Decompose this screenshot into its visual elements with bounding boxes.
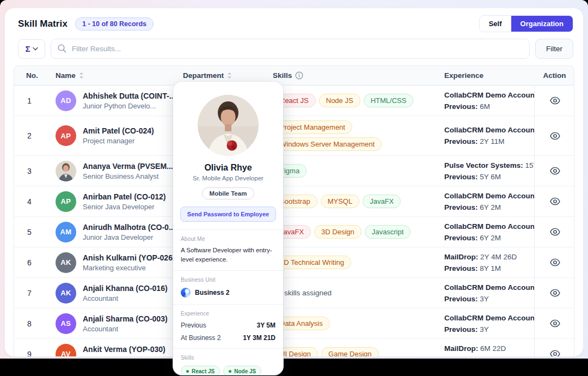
avatar: AD [56, 90, 76, 111]
employee-name: Abhishek Dutta (COINT-... [83, 92, 175, 100]
view-employee-button[interactable] [546, 345, 564, 357]
team-badge: Mobile Team [202, 187, 255, 199]
column-department[interactable]: Department [179, 71, 268, 80]
experience-current: CollabCRM Demo Account: 2Y [444, 190, 534, 202]
business-unit-section: Business Unit Business 2 [173, 270, 283, 304]
eye-icon [549, 257, 561, 268]
table-row: 5AMAnirudh Malhotra (CO-0...Junior Java … [14, 217, 574, 247]
view-employee-button[interactable] [546, 162, 564, 180]
skill-chip: MYSQL [321, 195, 360, 208]
skills-label: Skills [181, 355, 275, 361]
eye-icon [549, 95, 561, 106]
employee-cell: AKAnish Kulkarni (YOP-026)Marketing exec… [51, 252, 179, 273]
experience-cell: CollabCRM Demo Account: 2YPrevious: 6Y 2… [440, 221, 534, 244]
column-name[interactable]: Name [51, 71, 179, 80]
search-field-wrap [51, 39, 530, 59]
business-unit-icon [181, 288, 191, 298]
info-icon[interactable] [295, 71, 303, 80]
row-number: 2 [14, 131, 51, 140]
eye-icon [549, 287, 561, 299]
experience-previous: Previous: 3Y [444, 293, 534, 305]
experience-cell: Pulse Vector Systems: 15Y 9MPrevious: 5Y… [440, 160, 534, 183]
row-number: 7 [14, 289, 51, 298]
avatar: AK [56, 252, 76, 273]
about-label: About Me [181, 236, 275, 242]
table-row: 9AVAnkit Verma (YOP-030)Senior Game Deve… [14, 339, 574, 357]
records-count-badge: 1 - 10 of 80 Records [75, 17, 154, 31]
experience-current: MailDrop: 2Y 4M 26D [444, 251, 534, 263]
column-action: Action [534, 71, 575, 80]
skill-chip: 3D Design [314, 225, 362, 239]
view-employee-button[interactable] [546, 284, 564, 302]
employee-text: Ananya Verma (PVSEM...Senior Business An… [83, 162, 173, 180]
employee-popup-top: Olivia Rhye Sr. Mobile App Developer Mob… [173, 82, 283, 229]
experience-previous: Previous: 6Y 2M [444, 202, 534, 213]
skill-chip: Javascript [365, 225, 411, 239]
view-employee-button[interactable] [546, 192, 564, 210]
experience-row-value: 1Y 3M 21D [243, 334, 275, 342]
experience-cell: CollabCRM Demo Account: 2YPrevious: 6Y 2… [440, 190, 534, 213]
experience-previous: Previous: 2Y 11M [444, 136, 534, 147]
skills-section: Skills React JSNode JSGraphQLDatabaseNex… [173, 348, 283, 375]
about-text: A Software Developer with entry-level ex… [181, 246, 275, 264]
avatar: AV [56, 344, 76, 357]
sigma-icon: Σ [25, 44, 30, 53]
column-experience: Experience [440, 71, 534, 80]
page-title: Skill Matrix [18, 19, 68, 29]
view-employee-button[interactable] [546, 314, 564, 332]
organization-toggle-button[interactable]: Organization [511, 16, 573, 32]
eye-icon [549, 226, 561, 238]
experience-section: Experience Previous3Y 5MAt Business 21Y … [173, 304, 283, 348]
send-password-button[interactable]: Send Password to Employee [180, 207, 276, 222]
employee-role: Sr. Mobile App Developer [180, 175, 276, 181]
action-cell [534, 308, 575, 338]
employee-name: Olivia Rhye [180, 163, 276, 173]
action-cell [534, 156, 575, 186]
experience-row: Previous3Y 5M [181, 322, 275, 329]
row-number: 3 [14, 167, 51, 175]
view-employee-button[interactable] [546, 92, 564, 110]
action-cell [534, 339, 575, 357]
employee-photo [198, 95, 259, 156]
filter-operator-button[interactable]: Σ [18, 39, 45, 59]
employee-name: Ankit Verma (YOP-030) [83, 345, 166, 354]
employee-cell: ASAnjali Sharma (CO-003)Accountant [51, 313, 179, 334]
view-employee-button[interactable] [546, 127, 564, 145]
experience-current: CollabCRM Demo Account: 11Y [444, 312, 534, 324]
employee-text: Amit Patel (CO-024)Project manager [83, 126, 154, 145]
chevron-down-icon [33, 47, 38, 51]
table-row: 6AKAnish Kulkarni (YOP-026)Marketing exe… [14, 247, 574, 278]
skills-cell: Figma [268, 160, 440, 182]
employee-role: Senior Java Developer [83, 203, 166, 211]
employee-role: Senior Game Developer [83, 355, 166, 357]
view-employee-button[interactable] [546, 223, 564, 241]
experience-row-label: At Business 2 [181, 334, 220, 342]
eye-icon [549, 196, 561, 207]
eye-icon [549, 318, 561, 329]
experience-current: CollabCRM Demo Account: 8Y [444, 282, 534, 293]
experience-cell: MailDrop: 6M 22DPrevious: 4Y 4M [440, 343, 534, 357]
column-no: No. [14, 71, 51, 80]
skill-chip: Game Design [321, 347, 378, 357]
view-employee-button[interactable] [546, 253, 564, 271]
employee-text: Anirudh Malhotra (CO-0...Junior Java Dev… [83, 223, 175, 241]
view-toggle: Self Organization [479, 15, 573, 32]
business-unit-name: Business 2 [195, 289, 229, 296]
action-cell [534, 86, 575, 116]
experience-cell: CollabCRM Demo Account: 2YPrevious: 2Y 1… [440, 124, 534, 147]
table-row: 8ASAnjali Sharma (CO-003)AccountantData … [14, 308, 574, 339]
search-input[interactable] [51, 39, 530, 59]
employee-role: Junior Python Develo... [83, 102, 175, 110]
action-cell [534, 116, 575, 155]
table-row: 4APAnirban Patel (CO-012)Senior Java Dev… [14, 186, 574, 217]
employee-name: Anirudh Malhotra (CO-0... [83, 223, 175, 232]
employee-cell: AVAnkit Verma (YOP-030)Senior Game Devel… [51, 344, 179, 357]
row-number: 5 [14, 228, 51, 236]
experience-previous: Previous: 6M [444, 101, 534, 112]
skill-chip: HTML/CSS [364, 94, 414, 107]
employee-cell: APAmit Patel (CO-024)Project manager [51, 125, 179, 146]
skills-cell: UI DesignGame Design [268, 343, 440, 357]
self-toggle-button[interactable]: Self [480, 16, 511, 32]
filter-button[interactable]: Filter [535, 39, 573, 59]
employee-cell: AKAnjali Khanna (CO-016)Accountant [51, 283, 179, 304]
